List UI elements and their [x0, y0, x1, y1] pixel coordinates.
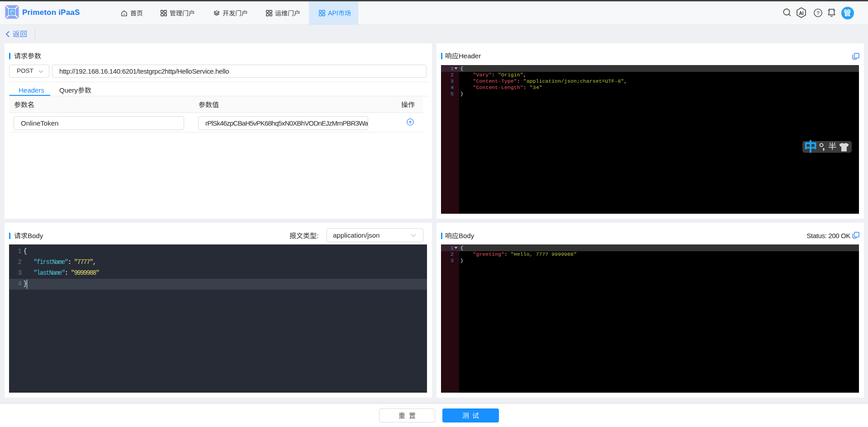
- svg-text:?: ?: [816, 10, 819, 16]
- svg-text:P: P: [11, 10, 14, 14]
- svg-text:AI: AI: [799, 11, 804, 16]
